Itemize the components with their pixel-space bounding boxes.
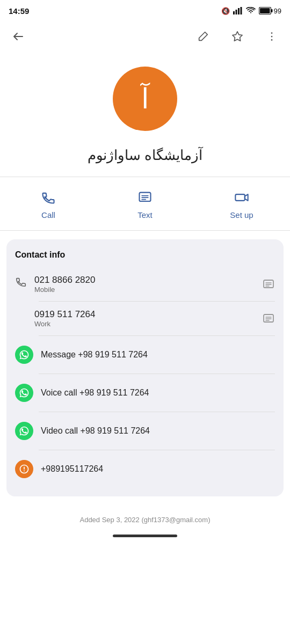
whatsapp-voice-icon [15,384,33,402]
status-bar: 14:59 🔇 99 [0,0,290,21]
battery-icon: 99 [259,7,281,15]
back-button[interactable] [6,25,30,48]
whatsapp-voice-label: Voice call +98 919 511 7264 [41,388,149,398]
svg-rect-1 [235,10,237,14]
svg-rect-19 [264,314,273,322]
whatsapp-video-label: Video call +98 919 511 7264 [41,426,150,436]
phone-icon-0 [15,276,27,288]
phone-number-0: 021 8866 2820 [34,275,95,286]
inner-divider-1 [39,335,275,336]
mute-icon: 🔇 [221,7,230,15]
footer: Added Sep 3, 2022 (ghf1373@gmail.com) [0,505,290,530]
svg-point-7 [271,32,273,34]
sms-icon-1[interactable] [262,312,275,325]
text-label: Text [137,210,153,219]
svg-rect-6 [271,9,273,12]
wifi-icon [246,7,256,14]
eitaa-icon [15,460,33,478]
svg-point-9 [271,39,273,41]
phone-entry-0: 021 8866 2820 Mobile [15,269,275,299]
call-label: Call [41,210,55,219]
svg-rect-14 [235,194,245,201]
favorite-button[interactable] [226,25,249,48]
call-icon [39,188,58,207]
signal-icon [233,7,243,14]
inner-divider-3 [39,412,275,412]
contact-name: آزمایشگاه ساواژنوم [0,142,290,177]
whatsapp-message-label: Message +98 919 511 7264 [41,350,148,360]
sms-icon-0[interactable] [262,278,275,291]
setup-button[interactable]: Set up [215,181,269,226]
app-entry-0[interactable]: Message +98 919 511 7264 [15,338,275,371]
whatsapp-message-icon [15,346,33,364]
svg-rect-15 [264,280,273,288]
setup-icon [232,188,251,207]
inner-divider-2 [39,374,275,374]
svg-rect-2 [238,8,240,14]
edit-button[interactable] [191,25,215,48]
phone-left-1: 0919 511 7264 Work [15,309,95,328]
action-row: Call Text Set up [0,177,290,230]
setup-label: Set up [230,210,253,219]
text-button[interactable]: Text [118,181,172,226]
phone-info-0: 021 8866 2820 Mobile [34,275,95,294]
phone-type-0: Mobile [34,286,95,294]
battery-level: 99 [274,7,281,15]
inner-divider-4 [39,450,275,450]
phone-info-1: 0919 511 7264 Work [34,309,95,328]
svg-point-8 [271,36,273,38]
nav-right [191,25,284,48]
bottom-indicator [113,535,177,537]
call-button[interactable]: Call [21,181,75,226]
phone-number-1: 0919 511 7264 [34,309,95,320]
contact-info-card: Contact info 021 8866 2820 Mobile [6,239,284,496]
phone-type-1: Work [34,320,95,328]
inner-divider-0 [39,301,275,302]
eitaa-label: +989195117264 [41,464,103,474]
section-title: Contact info [15,250,275,260]
app-entry-2[interactable]: Video call +98 919 511 7264 [15,414,275,448]
app-entry-1[interactable]: Voice call +98 919 511 7264 [15,376,275,409]
footer-text: Added Sep 3, 2022 (ghf1373@gmail.com) [79,516,210,524]
status-icons: 🔇 99 [221,7,281,15]
phone-entry-1: 0919 511 7264 Work [15,304,275,333]
bottom-bar [0,530,290,543]
bottom-action-divider [0,230,290,231]
avatar-section: آ [0,52,290,142]
nav-left [6,25,30,48]
status-time: 14:59 [9,6,29,16]
svg-rect-10 [140,193,151,201]
svg-rect-3 [240,7,242,14]
avatar: آ [113,67,177,131]
svg-rect-0 [233,11,235,14]
top-nav [0,21,290,52]
more-options-button[interactable] [260,25,284,48]
svg-rect-5 [260,8,270,13]
avatar-letter: آ [141,83,149,115]
whatsapp-video-icon [15,422,33,440]
text-icon [135,188,155,207]
app-entry-3[interactable]: +989195117264 [15,452,275,486]
phone-left-0: 021 8866 2820 Mobile [15,275,95,294]
